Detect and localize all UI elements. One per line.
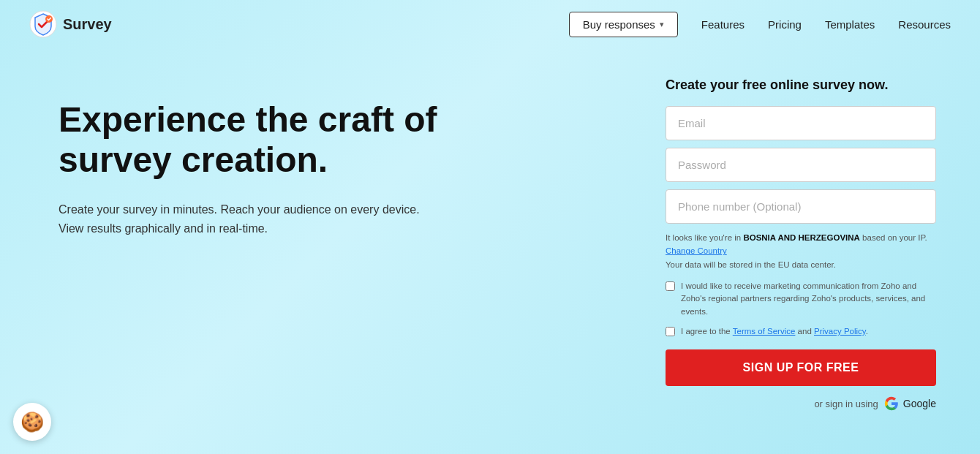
terms-before: I agree to the	[681, 327, 733, 336]
logo-icon	[29, 10, 57, 38]
location-country: BOSNIA AND HERZEGOVINA	[743, 233, 860, 242]
google-icon	[884, 396, 899, 411]
terms-after: .	[866, 327, 868, 336]
main-content: Experience the craft of survey creation.…	[0, 48, 980, 440]
terms-and: and	[795, 327, 814, 336]
terms-checkbox[interactable]	[666, 327, 675, 336]
chevron-down-icon: ▾	[660, 20, 664, 29]
navbar: Survey Buy responses ▾ Features Pricing …	[0, 0, 980, 48]
social-signin-row: or sign in using Google	[666, 396, 936, 411]
password-field[interactable]	[666, 148, 936, 182]
hero-subtitle: Create your survey in minutes. Reach you…	[59, 200, 424, 238]
cookie-icon: 🍪	[20, 411, 44, 434]
or-sign-in-text: or sign in using	[814, 398, 878, 409]
change-country-link[interactable]: Change Country	[666, 246, 727, 255]
marketing-label: I would like to receive marketing commun…	[681, 280, 936, 318]
hero-section: Experience the craft of survey creation.…	[59, 77, 622, 238]
privacy-policy-link[interactable]: Privacy Policy	[814, 327, 866, 336]
location-text-mid: based on your IP.	[860, 233, 927, 242]
buy-responses-button[interactable]: Buy responses ▾	[569, 12, 678, 37]
nav-features[interactable]: Features	[701, 18, 745, 31]
logo-link[interactable]: Survey	[29, 10, 112, 38]
phone-field[interactable]	[666, 189, 936, 224]
location-text-before: It looks like you're in	[666, 233, 743, 242]
hero-title: Experience the craft of survey creation.	[59, 99, 483, 180]
buy-responses-label: Buy responses	[583, 18, 655, 31]
signup-panel: Create your free online survey now. It l…	[666, 77, 936, 411]
terms-checkbox-row: I agree to the Terms of Service and Priv…	[666, 325, 936, 338]
signup-heading: Create your free online survey now.	[666, 77, 936, 93]
brand-name: Survey	[63, 16, 112, 33]
nav-pricing[interactable]: Pricing	[768, 18, 802, 31]
marketing-checkbox-row: I would like to receive marketing commun…	[666, 280, 936, 318]
terms-of-service-link[interactable]: Terms of Service	[733, 327, 796, 336]
email-field[interactable]	[666, 106, 936, 140]
signup-button[interactable]: SIGN UP FOR FREE	[666, 349, 936, 386]
location-notice: It looks like you're in BOSNIA AND HERZE…	[666, 231, 936, 271]
nav-resources[interactable]: Resources	[898, 18, 951, 31]
google-label: Google	[903, 398, 936, 409]
nav-templates[interactable]: Templates	[825, 18, 875, 31]
nav-links: Buy responses ▾ Features Pricing Templat…	[569, 12, 951, 37]
marketing-checkbox[interactable]	[666, 281, 675, 291]
eu-data-text: Your data will be stored in the EU data …	[666, 260, 836, 269]
terms-label: I agree to the Terms of Service and Priv…	[681, 325, 868, 338]
cookie-widget[interactable]: 🍪	[13, 403, 51, 441]
google-signin-button[interactable]: Google	[884, 396, 936, 411]
